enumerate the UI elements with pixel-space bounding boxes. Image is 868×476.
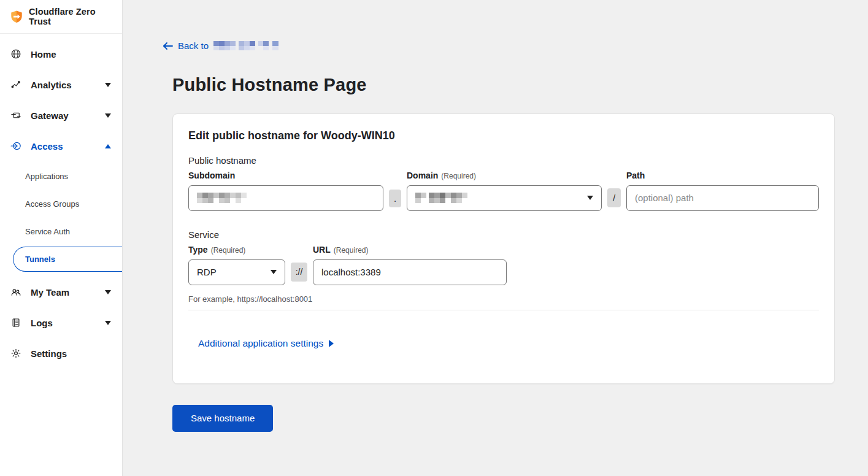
chevron-down-icon xyxy=(271,270,277,274)
back-link-label: Back to xyxy=(178,40,209,51)
path-field: Path xyxy=(626,171,819,211)
access-icon xyxy=(10,140,21,152)
brand-title: Cloudflare Zero Trust xyxy=(29,7,112,26)
sidebar-item-applications[interactable]: Applications xyxy=(0,163,122,190)
sidebar-item-my-team[interactable]: My Team xyxy=(0,277,122,307)
sidebar-item-service-auth[interactable]: Service Auth xyxy=(0,218,122,245)
path-input[interactable] xyxy=(626,185,819,211)
app-root: Cloudflare Zero Trust Home Analytics xyxy=(0,0,868,476)
sidebar-item-label: Settings xyxy=(31,348,67,359)
sidebar-item-tunnels[interactable]: Tunnels xyxy=(13,247,122,272)
page-title: Public Hostname Page xyxy=(172,75,835,95)
sidebar-subitem-label: Tunnels xyxy=(25,255,55,264)
sidebar-item-access[interactable]: Access xyxy=(0,131,122,161)
sidebar-subitem-label: Applications xyxy=(25,172,68,181)
save-hostname-button[interactable]: Save hostname xyxy=(172,405,273,432)
hostname-field-row: Subdomain . Domain(Required) xyxy=(188,171,819,211)
service-field-row: Type(Required) RDP :// URL(Required) xyxy=(188,245,819,285)
chevron-down-icon xyxy=(105,113,111,118)
url-label: URL(Required) xyxy=(313,245,507,255)
sidebar-item-label: Home xyxy=(31,49,56,60)
domain-field: Domain(Required) xyxy=(407,171,602,211)
gateway-icon xyxy=(10,110,21,121)
sidebar-item-analytics[interactable]: Analytics xyxy=(0,69,122,100)
type-select[interactable]: RDP xyxy=(188,259,285,285)
sidebar-item-label: Logs xyxy=(31,318,53,328)
chevron-down-icon xyxy=(587,196,593,200)
sidebar-item-label: Analytics xyxy=(31,80,72,90)
url-example-text: For example, https://localhost:8001 xyxy=(188,294,819,304)
domain-select[interactable] xyxy=(407,185,602,211)
subdomain-field: Subdomain xyxy=(188,171,383,211)
triangle-right-icon xyxy=(328,340,334,347)
main-content: Back to Public Hostname Page Edit public… xyxy=(123,0,868,476)
additional-settings-label: Additional application settings xyxy=(198,338,323,349)
sidebar-item-gateway[interactable]: Gateway xyxy=(0,100,122,131)
dot-separator: . xyxy=(389,190,401,207)
chevron-down-icon xyxy=(105,290,111,294)
sidebar: Cloudflare Zero Trust Home Analytics xyxy=(0,0,123,476)
cloudflare-shield-logo-icon xyxy=(10,10,23,23)
scheme-separator: :// xyxy=(291,263,307,282)
additional-settings-link[interactable]: Additional application settings xyxy=(198,338,334,349)
sidebar-nav: Home Analytics Gateway Acc xyxy=(0,34,122,369)
gear-icon xyxy=(10,348,21,359)
sidebar-item-home[interactable]: Home xyxy=(0,39,122,69)
back-link[interactable]: Back to xyxy=(163,40,280,51)
sidebar-item-settings[interactable]: Settings xyxy=(0,338,122,369)
arrow-left-icon xyxy=(163,42,173,50)
type-select-value: RDP xyxy=(197,267,217,277)
redacted-domain-value xyxy=(415,193,477,203)
url-required-hint: (Required) xyxy=(334,246,369,255)
access-subnav: Applications Access Groups Service Auth … xyxy=(0,161,122,277)
sidebar-item-label: Gateway xyxy=(31,110,69,121)
chevron-down-icon xyxy=(105,321,111,325)
redacted-subdomain-value xyxy=(197,193,253,203)
domain-required-hint: (Required) xyxy=(441,172,476,180)
sidebar-subitem-label: Service Auth xyxy=(25,227,70,236)
globe-icon xyxy=(10,48,21,60)
sidebar-item-label: My Team xyxy=(31,287,69,298)
subdomain-input[interactable] xyxy=(188,185,383,211)
divider xyxy=(188,310,819,310)
brand: Cloudflare Zero Trust xyxy=(0,0,122,34)
url-input[interactable] xyxy=(313,259,507,285)
subdomain-label: Subdomain xyxy=(188,171,383,180)
redacted-back-target xyxy=(213,41,280,51)
type-field: Type(Required) RDP xyxy=(188,245,285,285)
slash-separator: / xyxy=(607,188,621,207)
sidebar-item-logs[interactable]: Logs xyxy=(0,307,122,338)
type-required-hint: (Required) xyxy=(211,246,246,255)
edit-hostname-card: Edit public hostname for Woody-WIN10 Pub… xyxy=(172,113,835,384)
domain-label: Domain(Required) xyxy=(407,171,602,180)
card-title: Edit public hostname for Woody-WIN10 xyxy=(188,129,819,142)
path-label: Path xyxy=(626,171,819,180)
chevron-down-icon xyxy=(105,83,111,87)
sidebar-item-access-groups[interactable]: Access Groups xyxy=(0,190,122,218)
type-label: Type(Required) xyxy=(188,245,285,255)
chevron-up-icon xyxy=(105,144,111,148)
url-field: URL(Required) xyxy=(313,245,507,285)
sidebar-item-label: Access xyxy=(31,141,63,152)
logs-icon xyxy=(10,317,21,328)
sidebar-subitem-label: Access Groups xyxy=(25,199,79,209)
users-icon xyxy=(10,286,21,298)
service-section-label: Service xyxy=(188,229,819,240)
analytics-icon xyxy=(10,79,21,90)
public-hostname-section-label: Public hostname xyxy=(188,155,819,166)
